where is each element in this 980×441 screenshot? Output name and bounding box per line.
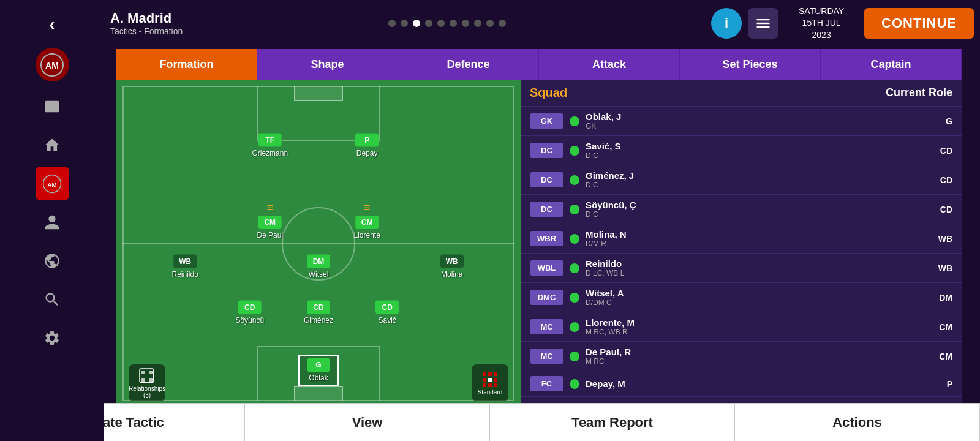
back-button[interactable]: ‹ bbox=[34, 6, 70, 43]
tab-set-pieces[interactable]: Set Pieces bbox=[680, 49, 821, 80]
dot-10[interactable] bbox=[499, 20, 506, 27]
tab-defence[interactable]: Defence bbox=[398, 49, 539, 80]
dot-6[interactable] bbox=[450, 20, 457, 27]
player-reinildo[interactable]: WB Reinildo bbox=[172, 254, 198, 278]
tab-captain[interactable]: Captain bbox=[821, 49, 962, 80]
tab-shape[interactable]: Shape bbox=[257, 49, 398, 80]
header-date: SATURDAY 15TH JUL 2023 bbox=[785, 6, 858, 42]
player-witsel[interactable]: DM Witsel bbox=[307, 254, 330, 278]
tab-bar: Formation Shape Defence Attack Set Piece… bbox=[116, 49, 962, 80]
player-griezmann[interactable]: TF Griezmann bbox=[252, 134, 288, 157]
info-button[interactable]: i bbox=[711, 8, 742, 39]
standard-icon[interactable]: Standard bbox=[472, 364, 508, 401]
sidebar-home-icon[interactable] bbox=[36, 128, 69, 162]
svg-rect-17 bbox=[494, 383, 497, 387]
actions-button[interactable]: Actions bbox=[735, 404, 980, 441]
current-role-title: Current Role bbox=[886, 86, 952, 99]
player-badge-griezmann: TF bbox=[258, 134, 282, 147]
squad-info-oblak: Oblak, J GK bbox=[586, 111, 940, 130]
dot-7[interactable] bbox=[462, 20, 469, 27]
dot-8[interactable] bbox=[474, 20, 481, 27]
player-gimenez[interactable]: CD Giménez bbox=[304, 300, 333, 324]
player-soyuncu[interactable]: CD Söyüncü bbox=[235, 300, 264, 324]
squad-row-gimenez[interactable]: DC Giménez, J D C CD bbox=[521, 165, 962, 195]
player-badge-depay: P bbox=[355, 134, 379, 147]
dot-1[interactable] bbox=[388, 20, 396, 27]
player-badge-molina: WB bbox=[440, 254, 464, 268]
squad-indicator-reinildo bbox=[570, 263, 579, 273]
squad-info-llorente: Llorente, M M RC, WB R bbox=[586, 317, 933, 336]
player-badge-reinildo: WB bbox=[173, 254, 197, 268]
relationships-icon[interactable]: Relationships (3) bbox=[129, 364, 165, 401]
svg-rect-16 bbox=[488, 383, 492, 387]
svg-rect-12 bbox=[483, 378, 486, 382]
player-name-witsel: Witsel bbox=[309, 270, 329, 278]
header-subtitle: Tactics - Formation bbox=[110, 26, 183, 36]
dot-2[interactable] bbox=[401, 20, 408, 27]
sidebar-globe-icon[interactable] bbox=[36, 244, 69, 277]
squad-indicator-oblak bbox=[570, 116, 579, 126]
squad-indicator-soyuncu bbox=[570, 205, 579, 214]
player-molina[interactable]: WB Molina bbox=[440, 254, 464, 278]
svg-rect-13 bbox=[488, 378, 492, 382]
player-name-depay: Depay bbox=[356, 149, 378, 157]
team-report-button[interactable]: Team Report bbox=[490, 404, 735, 441]
player-badge-soyuncu: CD bbox=[238, 300, 262, 314]
squad-indicator-molina bbox=[570, 234, 579, 244]
squad-row-molina[interactable]: WBR Molina, N D/M R WB bbox=[521, 224, 962, 254]
player-name-soyuncu: Söyüncü bbox=[235, 315, 264, 324]
player-depay[interactable]: P Depay bbox=[355, 134, 379, 157]
team-name: A. Madrid bbox=[110, 10, 183, 26]
dot-3[interactable] bbox=[413, 20, 420, 27]
menu-button[interactable] bbox=[748, 8, 778, 39]
player-name-gimenez: Giménez bbox=[304, 315, 333, 324]
sidebar: ‹ AM AM bbox=[0, 0, 104, 441]
dot-4[interactable] bbox=[425, 20, 432, 27]
squad-row-llorente[interactable]: MC Llorente, M M RC, WB R CM bbox=[521, 312, 962, 342]
squad-row-witsel[interactable]: DMC Witsel, A D/DM C DM bbox=[521, 283, 962, 312]
svg-rect-5 bbox=[141, 371, 145, 374]
continue-button[interactable]: CONTINUE bbox=[864, 8, 974, 39]
squad-list: GK Oblak, J GK G DC Savić, S D C CD bbox=[521, 107, 962, 407]
squad-row-oblak[interactable]: GK Oblak, J GK G bbox=[521, 107, 962, 136]
player-savic[interactable]: CD Savić bbox=[375, 300, 399, 324]
tab-attack[interactable]: Attack bbox=[539, 49, 680, 80]
sidebar-person-icon[interactable] bbox=[36, 205, 69, 239]
svg-rect-14 bbox=[494, 378, 497, 382]
team-logo: AM bbox=[36, 48, 69, 81]
pos-badge-depay: FC bbox=[530, 376, 564, 391]
squad-row-depay[interactable]: FC Depay, M P bbox=[521, 371, 962, 397]
player-llorente[interactable]: ≡ CM Llorente bbox=[354, 202, 380, 239]
player-badge-witsel: DM bbox=[307, 254, 330, 268]
svg-rect-6 bbox=[149, 371, 153, 374]
squad-row-soyuncu[interactable]: DC Söyüncü, Ç D C CD bbox=[521, 195, 962, 224]
svg-rect-8 bbox=[149, 378, 153, 382]
dot-5[interactable] bbox=[437, 20, 445, 27]
squad-row-reinildo[interactable]: WBL Reinildo D LC, WB L WB bbox=[521, 254, 962, 283]
squad-indicator-gimenez bbox=[570, 175, 579, 185]
player-depaul[interactable]: ≡ CM De Paul bbox=[257, 202, 283, 239]
squad-title: Squad bbox=[530, 86, 567, 100]
pos-badge-soyuncu: DC bbox=[530, 202, 564, 217]
pitch-bottom-icons: Relationships (3) Standard bbox=[116, 364, 521, 401]
pitch-goal-top bbox=[294, 86, 343, 101]
squad-info-soyuncu: Söyüncü, Ç D C bbox=[586, 200, 934, 219]
view-button[interactable]: View bbox=[245, 404, 490, 441]
squad-info-savic: Savić, S D C bbox=[586, 141, 934, 160]
tab-formation[interactable]: Formation bbox=[116, 49, 257, 80]
sidebar-club-icon[interactable]: AM bbox=[36, 167, 69, 200]
pos-badge-gimenez: DC bbox=[530, 172, 564, 187]
pos-badge-oblak: GK bbox=[530, 113, 564, 129]
player-badge-depaul: CM bbox=[258, 216, 282, 229]
squad-indicator-depay bbox=[570, 379, 579, 389]
header-title-block: A. Madrid Tactics - Formation bbox=[110, 10, 183, 36]
svg-text:AM: AM bbox=[45, 61, 59, 70]
sidebar-search-icon[interactable] bbox=[36, 282, 69, 316]
sidebar-settings-icon[interactable] bbox=[36, 321, 69, 355]
player-name-molina: Molina bbox=[441, 270, 462, 278]
dot-9[interactable] bbox=[486, 20, 494, 27]
squad-row-depaul[interactable]: MC De Paul, R M RC CM bbox=[521, 342, 962, 371]
sidebar-mail-icon[interactable] bbox=[36, 89, 69, 123]
squad-info-molina: Molina, N D/M R bbox=[586, 229, 932, 248]
squad-row-savic[interactable]: DC Savić, S D C CD bbox=[521, 136, 962, 165]
